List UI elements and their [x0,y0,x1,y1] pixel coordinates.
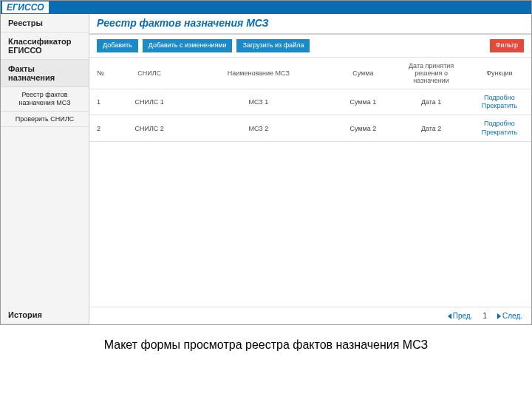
chevron-right-icon [497,313,501,319]
pager-prev[interactable]: Пред. [448,312,473,320]
pager-page: 1 [478,312,491,320]
page-title: Реестр фактов назначения МСЗ [89,14,531,35]
stop-link[interactable]: Прекратить [472,102,527,110]
content: Реестр фактов назначения МСЗ Добавить До… [89,14,531,324]
cell-snils: СНИЛС 1 [113,89,185,115]
chevron-left-icon [448,313,451,319]
sidebar-item-reestr-msz[interactable]: Реестр фактов назначения МСЗ [1,87,89,112]
table-header-row: № СНИЛС Наименование МСЗ Сумма Дата прин… [89,58,531,89]
details-link[interactable]: Подробно [472,120,527,128]
figure-caption: Макет формы просмотра реестра фактов наз… [0,325,532,352]
col-funcs: Функции [468,58,531,89]
logo: ЕГИССО [2,1,49,13]
app-window: ЕГИССО Реестры Классификатор ЕГИССО Факт… [0,0,532,325]
details-link[interactable]: Подробно [472,94,527,102]
cell-sum: Сумма 1 [331,89,395,115]
filter-button[interactable]: Фильтр [490,39,524,52]
pager: Пред. 1 След. [89,307,531,324]
main: Реестры Классификатор ЕГИССО Факты назна… [1,14,531,324]
add-button[interactable]: Добавить [97,39,138,52]
sidebar: Реестры Классификатор ЕГИССО Факты назна… [1,14,89,324]
cell-date: Дата 1 [395,89,467,115]
col-num: № [89,58,113,89]
cell-funcs: ПодробноПрекратить [468,89,531,115]
sidebar-item-reestry[interactable]: Реестры [1,14,89,33]
cell-name: МСЗ 1 [185,89,331,115]
col-sum: Сумма [331,58,395,89]
add-with-changes-button[interactable]: Добавить с изменениями [143,39,233,52]
sidebar-item-classifier[interactable]: Классификатор ЕГИССО [1,33,89,60]
sidebar-item-check-snils[interactable]: Проверить СНИЛС [1,112,89,128]
table-wrap: № СНИЛС Наименование МСЗ Сумма Дата прин… [89,58,531,307]
cell-num: 1 [89,89,113,115]
sidebar-item-history[interactable]: История [1,306,89,324]
stop-link[interactable]: Прекратить [472,129,527,137]
col-snils: СНИЛС [113,58,185,89]
col-name: Наименование МСЗ [185,58,331,89]
pager-next[interactable]: След. [497,312,522,320]
col-date: Дата принятия решения о назначении [395,58,467,89]
pager-next-label: След. [502,312,522,320]
topbar: ЕГИССО [1,1,531,14]
sidebar-spacer [1,127,89,306]
table-row: 1СНИЛС 1МСЗ 1Сумма 1Дата 1ПодробноПрекра… [89,89,531,115]
cell-funcs: ПодробноПрекратить [468,115,531,142]
cell-num: 2 [89,115,113,142]
data-table: № СНИЛС Наименование МСЗ Сумма Дата прин… [89,58,531,142]
cell-sum: Сумма 2 [331,115,395,142]
upload-file-button[interactable]: Загрузить из файла [236,39,310,52]
table-row: 2СНИЛС 2МСЗ 2Сумма 2Дата 2ПодробноПрекра… [89,115,531,142]
sidebar-item-facts[interactable]: Факты назначения [1,60,89,87]
cell-snils: СНИЛС 2 [113,115,185,142]
cell-name: МСЗ 2 [185,115,331,142]
cell-date: Дата 2 [395,115,467,142]
toolbar: Добавить Добавить с изменениями Загрузит… [89,35,531,58]
pager-prev-label: Пред. [453,312,473,320]
